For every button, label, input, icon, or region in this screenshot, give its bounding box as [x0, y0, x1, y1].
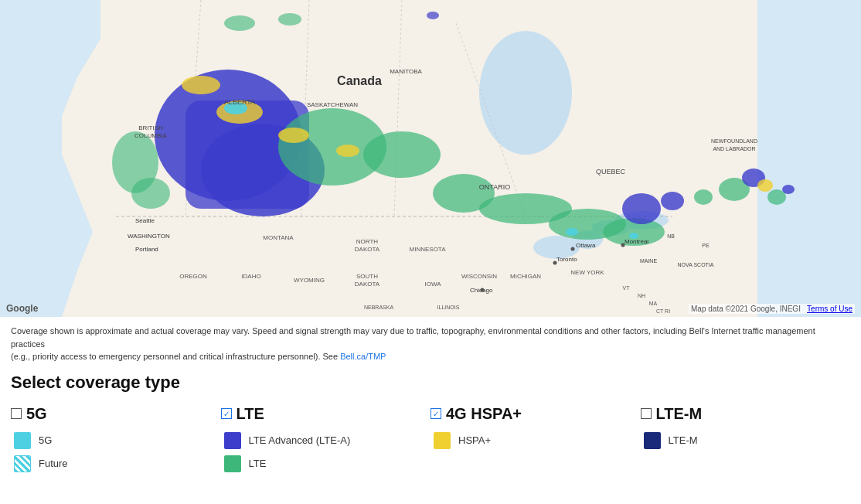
svg-point-80 — [553, 261, 557, 265]
legend-items-5g: 5GFuture — [11, 432, 221, 472]
legend-label-lte-coverage: LTE — [249, 458, 267, 469]
svg-point-39 — [224, 15, 255, 31]
legend-swatch-lte-advanced — [224, 432, 241, 449]
svg-text:Toronto: Toronto — [556, 256, 577, 263]
svg-text:QUEBEC: QUEBEC — [596, 168, 626, 175]
coverage-type-name-4g-hspa: 4G HSPA+ — [446, 405, 522, 423]
coverage-header-lte: ✓LTE — [221, 405, 431, 423]
legend-label-5g-future: Future — [39, 458, 68, 469]
svg-text:COLUMBIA: COLUMBIA — [134, 132, 167, 139]
svg-text:Montreal: Montreal — [624, 238, 648, 245]
coverage-type-name-lte-m: LTE-M — [656, 405, 703, 423]
svg-text:SOUTH: SOUTH — [356, 273, 378, 280]
svg-point-40 — [278, 13, 301, 26]
checkbox-5g[interactable] — [11, 408, 22, 419]
svg-point-17 — [363, 131, 441, 178]
svg-point-36 — [757, 179, 773, 192]
svg-text:OREGON: OREGON — [179, 273, 207, 280]
svg-point-25 — [278, 128, 309, 143]
checkbox-lte-m[interactable] — [641, 408, 652, 419]
svg-text:ONTARIO: ONTARIO — [479, 183, 510, 191]
svg-text:BRITISH: BRITISH — [138, 124, 163, 131]
svg-text:MINNESOTA: MINNESOTA — [410, 246, 447, 253]
svg-point-5 — [479, 31, 572, 155]
svg-point-78 — [571, 247, 575, 251]
svg-point-26 — [336, 145, 359, 157]
coverage-column-lte-m: LTE-MLTE-M — [641, 405, 851, 449]
svg-point-33 — [694, 189, 713, 205]
legend-item-lte-m-coverage: LTE-M — [644, 432, 851, 449]
legend-item-5g-coverage: 5G — [14, 432, 221, 449]
svg-point-32 — [661, 192, 684, 210]
legend-items-lte-m: LTE-M — [641, 432, 851, 449]
svg-text:ALBERTA: ALBERTA — [224, 98, 255, 106]
select-coverage-title: Select coverage type — [11, 373, 850, 393]
checkbox-4g-hspa[interactable]: ✓ — [430, 408, 441, 419]
svg-point-31 — [622, 193, 661, 224]
bell-tmp-link[interactable]: Bell.ca/TMP — [340, 352, 386, 361]
svg-text:MA: MA — [649, 301, 658, 306]
legend-swatch-lte-coverage — [224, 455, 241, 472]
coverage-types-container: 5G5GFuture✓LTELTE Advanced (LTE-A)LTE✓4G… — [11, 405, 850, 472]
svg-text:WASHINGTON: WASHINGTON — [128, 233, 170, 240]
svg-text:VT: VT — [623, 285, 631, 291]
svg-point-29 — [566, 228, 578, 236]
legend-item-lte-coverage: LTE — [224, 455, 431, 472]
legend-items-lte: LTE Advanced (LTE-A)LTE — [221, 432, 431, 472]
svg-text:ILLINOIS: ILLINOIS — [437, 305, 460, 310]
svg-text:Portland: Portland — [135, 246, 158, 253]
legend-label-lte-advanced: LTE Advanced (LTE-A) — [249, 434, 351, 446]
svg-text:DAKOTA: DAKOTA — [355, 281, 380, 288]
coverage-header-5g: 5G — [11, 405, 221, 423]
svg-text:MAINE: MAINE — [640, 258, 658, 264]
svg-text:PE: PE — [702, 243, 710, 248]
legend-swatch-lte-m-coverage — [644, 432, 661, 449]
coverage-type-name-lte: LTE — [237, 405, 264, 423]
legend-item-lte-advanced: LTE Advanced (LTE-A) — [224, 432, 431, 449]
svg-point-23 — [131, 178, 170, 209]
svg-text:AND LABRADOR: AND LABRADOR — [713, 146, 755, 152]
disclaimer-text: Coverage shown is approximate and actual… — [11, 325, 846, 363]
coverage-header-lte-m: LTE-M — [641, 405, 851, 423]
legend-item-hspa-coverage: HSPA+ — [434, 432, 641, 449]
map-container: Canada ALBERTA BRITISH COLUMBIA SASKATCH… — [0, 0, 861, 317]
coverage-column-4g-hspa: ✓4G HSPA+HSPA+ — [430, 405, 641, 449]
svg-text:NB: NB — [667, 233, 675, 239]
legend-swatch-hspa-coverage — [434, 432, 451, 449]
map-attribution: Map data ©2021 Google, INEGI Terms of Us… — [689, 304, 855, 314]
svg-point-82 — [621, 243, 625, 247]
svg-text:IDAHO: IDAHO — [241, 273, 260, 280]
svg-text:NEW YORK: NEW YORK — [570, 269, 604, 276]
svg-text:WYOMING: WYOMING — [294, 277, 325, 284]
svg-text:Seattle: Seattle — [135, 217, 155, 224]
svg-text:WISCONSIN: WISCONSIN — [461, 273, 497, 280]
legend-swatch-5g-future — [14, 455, 31, 472]
svg-text:MONTANA: MONTANA — [263, 234, 294, 241]
svg-text:NEBRASKA: NEBRASKA — [364, 305, 393, 310]
svg-text:MICHIGAN: MICHIGAN — [510, 273, 541, 280]
terms-of-use-link[interactable]: Terms of Use — [807, 305, 852, 313]
svg-text:NEWFOUNDLAND: NEWFOUNDLAND — [711, 138, 757, 144]
svg-text:MANITOBA: MANITOBA — [390, 68, 422, 75]
legend-label-5g-coverage: 5G — [39, 434, 52, 446]
legend-label-hspa-coverage: HSPA+ — [458, 434, 491, 446]
svg-point-27 — [182, 76, 220, 94]
svg-point-38 — [782, 185, 795, 194]
canada-label: Canada — [337, 74, 382, 87]
svg-text:Ottawa: Ottawa — [576, 242, 596, 249]
checkbox-lte[interactable]: ✓ — [221, 408, 232, 419]
svg-text:NOVA SCOTIA: NOVA SCOTIA — [678, 262, 714, 267]
svg-text:NH: NH — [638, 293, 645, 298]
coverage-header-4g-hspa: ✓4G HSPA+ — [430, 405, 641, 423]
coverage-type-name-5g: 5G — [26, 405, 47, 423]
below-map-section: Coverage shown is approximate and actual… — [0, 317, 861, 488]
svg-text:DAKOTA: DAKOTA — [355, 246, 380, 253]
svg-rect-6 — [757, 0, 861, 317]
svg-point-41 — [427, 12, 439, 19]
legend-label-lte-m-coverage: LTE-M — [669, 434, 698, 446]
legend-items-4g-hspa: HSPA+ — [430, 432, 641, 449]
svg-text:SASKATCHEWAN: SASKATCHEWAN — [307, 101, 358, 108]
google-logo: Google — [6, 303, 38, 314]
svg-text:CT RI: CT RI — [656, 308, 670, 314]
legend-swatch-5g-coverage — [14, 432, 31, 449]
